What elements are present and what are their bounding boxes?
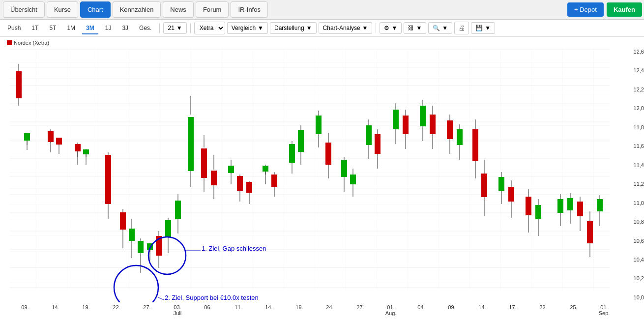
tab-kennzahlen[interactable]: Kennzahlen: [113, 1, 161, 18]
svg-rect-31: [83, 149, 89, 154]
x-label-09b: 09.: [437, 304, 467, 316]
svg-rect-103: [375, 134, 381, 154]
chart-analyse-dropdown[interactable]: Chart-Analyse ▼: [319, 22, 373, 34]
tab-chart[interactable]: Chart: [80, 1, 111, 18]
svg-rect-145: [567, 198, 573, 210]
svg-rect-76: [263, 166, 268, 172]
toolbar: Push 1T 5T 1M 3M 1J 3J Ges. 21 ▼ Xetra V…: [0, 20, 644, 37]
y-label-12-2: 12,2: [623, 87, 644, 92]
zoom-dropdown[interactable]: 🔍 ▼: [428, 22, 452, 34]
vergleich-label: Vergleich: [232, 25, 256, 31]
y-label-11-8: 11,8: [623, 124, 644, 130]
tab-ubersicht[interactable]: Übersicht: [3, 1, 45, 18]
settings-icon: ⚙: [384, 25, 389, 31]
3j-btn[interactable]: 3J: [117, 22, 133, 34]
tab-ir-infos[interactable]: IR-Infos: [231, 1, 268, 18]
x-label-06: 06.: [193, 304, 223, 316]
x-label-01-sep: 01.Sep.: [589, 304, 619, 316]
y-label-10-2: 10,2: [623, 275, 644, 281]
x-label-04: 04.: [406, 304, 437, 316]
svg-rect-124: [472, 129, 478, 161]
y-label-10-4: 10,4: [623, 257, 644, 263]
ges-btn[interactable]: Ges.: [135, 22, 156, 34]
tab-forum[interactable]: Forum: [196, 1, 229, 18]
y-label-12-0: 12,0: [623, 105, 644, 111]
svg-rect-154: [597, 199, 603, 211]
x-axis: 09. 14. 19. 22. 27. 03.Juli 06. 11. 14. …: [10, 302, 619, 316]
x-label-01-aug: 01.Aug.: [376, 304, 406, 316]
x-label-14c: 14.: [467, 304, 498, 316]
svg-rect-88: [316, 116, 322, 134]
svg-rect-109: [403, 116, 409, 134]
svg-rect-28: [75, 144, 81, 151]
share-dropdown[interactable]: ⛓ ▼: [404, 22, 426, 34]
tab-kurse[interactable]: Kurse: [47, 1, 78, 18]
svg-rect-118: [447, 120, 453, 139]
x-label-27b: 27.: [345, 304, 376, 316]
svg-rect-55: [175, 201, 181, 219]
save-dropdown[interactable]: 💾 ▼: [471, 22, 495, 34]
3m-btn[interactable]: 3M: [82, 22, 99, 34]
y-label-11-0: 11,0: [623, 200, 644, 206]
x-label-17: 17.: [498, 304, 528, 316]
settings-dropdown[interactable]: ⚙ ▼: [380, 22, 402, 34]
svg-rect-100: [366, 125, 372, 145]
settings-arrow: ▼: [391, 25, 397, 31]
svg-rect-82: [289, 144, 295, 163]
x-label-22: 22.: [101, 304, 132, 316]
darstellung-arrow: ▼: [306, 25, 312, 31]
calendar-label: 21: [168, 25, 174, 31]
svg-rect-52: [165, 220, 171, 237]
kaufen-button[interactable]: Kaufen: [607, 2, 642, 17]
svg-rect-58: [188, 117, 194, 171]
vergleich-dropdown[interactable]: Vergleich ▼: [227, 22, 268, 34]
x-label-19: 19.: [71, 304, 101, 316]
x-label-03-jul: 03.Juli: [162, 304, 193, 316]
x-label-14: 14.: [40, 304, 71, 316]
chart-container: Nordex (Xetra): [0, 37, 644, 321]
separator-2: [190, 23, 191, 33]
1t-btn[interactable]: 1T: [27, 22, 43, 34]
1m-btn[interactable]: 1M: [62, 22, 80, 34]
calendar-dropdown[interactable]: 21 ▼: [163, 22, 186, 34]
chart-symbol-label: Nordex (Xetra): [14, 40, 49, 46]
1j-btn[interactable]: 1J: [101, 22, 116, 34]
y-label-11-6: 11,6: [623, 143, 644, 149]
svg-rect-43: [138, 241, 144, 253]
exchange-select[interactable]: Xetra: [194, 22, 225, 34]
save-arrow: ▼: [485, 25, 491, 31]
print-button[interactable]: 🖨: [454, 22, 469, 34]
x-label-09: 09.: [10, 304, 40, 316]
svg-rect-115: [430, 115, 436, 134]
darstellung-dropdown[interactable]: Darstellung ▼: [270, 22, 317, 34]
svg-rect-97: [350, 175, 356, 184]
5t-btn[interactable]: 5T: [45, 22, 60, 34]
chart-analyse-arrow: ▼: [362, 25, 368, 31]
svg-rect-91: [325, 143, 331, 165]
depot-button[interactable]: + Depot: [567, 2, 604, 17]
svg-rect-106: [393, 110, 399, 129]
svg-rect-121: [457, 129, 463, 145]
chart-svg-area[interactable]: 1. Ziel, Gap schliessen 2. Ziel, Support…: [5, 47, 623, 302]
svg-rect-136: [526, 197, 531, 215]
separator-1: [159, 23, 160, 33]
svg-rect-34: [105, 155, 111, 204]
x-label-22b: 22.: [528, 304, 558, 316]
svg-rect-67: [228, 166, 234, 173]
svg-rect-37: [120, 212, 126, 230]
separator-3: [376, 23, 376, 33]
push-btn[interactable]: Push: [3, 22, 25, 34]
x-label-27: 27.: [132, 304, 162, 316]
svg-rect-139: [535, 205, 541, 219]
save-icon: 💾: [475, 25, 483, 31]
top-nav: Übersicht Kurse Chart Kennzahlen News Fo…: [0, 0, 644, 20]
svg-rect-19: [24, 133, 30, 141]
tab-news[interactable]: News: [163, 1, 194, 18]
svg-rect-22: [48, 131, 54, 142]
y-label-10-0: 10,0: [623, 294, 644, 300]
x-label-14b: 14.: [254, 304, 284, 316]
y-axis: 12,6 12,4 12,2 12,0 11,8 11,6 11,4 11,2 …: [623, 47, 644, 302]
vergleich-arrow: ▼: [258, 25, 263, 31]
svg-rect-85: [298, 130, 304, 152]
darstellung-label: Darstellung: [274, 25, 304, 31]
